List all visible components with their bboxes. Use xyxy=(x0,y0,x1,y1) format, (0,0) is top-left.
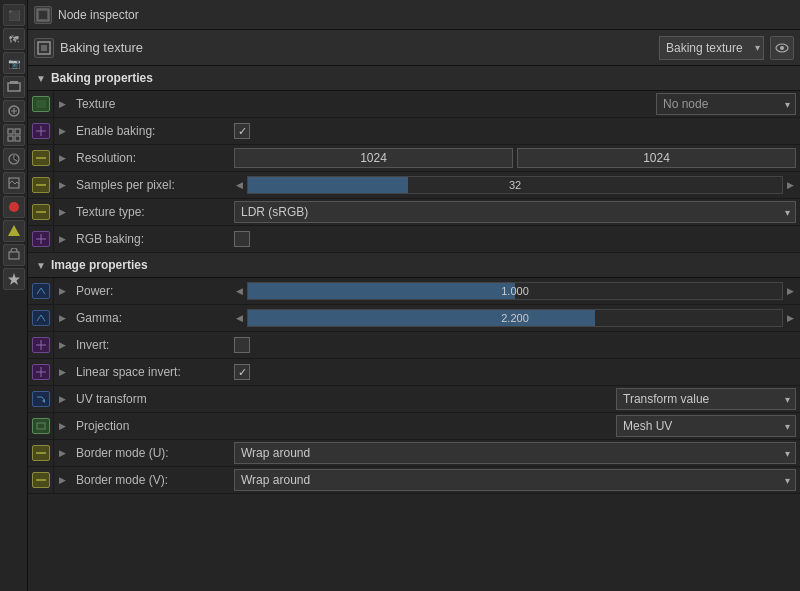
enable-baking-expand[interactable]: ▶ xyxy=(54,126,70,136)
samples-slider[interactable]: ◀ 32 ▶ xyxy=(234,176,796,194)
enable-baking-value xyxy=(230,121,800,141)
texture-type-select[interactable]: LDR (sRGB) HDR xyxy=(234,201,796,223)
border-mode-u-expand[interactable]: ▶ xyxy=(54,448,70,458)
power-arrow-left[interactable]: ◀ xyxy=(234,286,245,296)
invert-value xyxy=(230,335,800,355)
resolution-expand[interactable]: ▶ xyxy=(54,153,70,163)
linear-space-invert-checkbox[interactable] xyxy=(234,364,250,380)
prop-row-invert: ▶ Invert: xyxy=(28,332,800,359)
toolbar-dropdown-wrapper[interactable]: Baking texture xyxy=(659,36,764,60)
texture-expand[interactable]: ▶ xyxy=(54,99,70,109)
rgb-baking-expand[interactable]: ▶ xyxy=(54,234,70,244)
gamma-track[interactable]: 2.200 xyxy=(247,309,783,327)
texture-node-dropdown[interactable]: No node xyxy=(656,93,796,115)
border-mode-v-icon xyxy=(32,472,50,488)
samples-arrow-right[interactable]: ▶ xyxy=(785,180,796,190)
sidebar-icon-1[interactable]: 🗺 xyxy=(3,28,25,50)
baking-properties-header[interactable]: ▼ Baking properties xyxy=(28,66,800,91)
projection-label: Projection xyxy=(70,419,230,433)
border-mode-u-label: Border mode (U): xyxy=(70,446,230,460)
toolbar-title: Baking texture xyxy=(60,40,653,55)
prop-row-resolution: ▶ Resolution: xyxy=(28,145,800,172)
uv-transform-expand[interactable]: ▶ xyxy=(54,394,70,404)
border-mode-v-value: Wrap around xyxy=(230,467,800,493)
resolution-input-2[interactable] xyxy=(517,148,796,168)
title-bar-title: Node inspector xyxy=(58,8,794,22)
sidebar-icon-11[interactable] xyxy=(3,268,25,290)
border-mode-u-dropdown[interactable]: Wrap around xyxy=(234,442,796,464)
texture-type-icon xyxy=(32,204,50,220)
border-mode-v-prop-icon xyxy=(28,467,54,493)
gamma-arrow-right[interactable]: ▶ xyxy=(785,313,796,323)
rgb-baking-checkbox[interactable] xyxy=(234,231,250,247)
border-mode-v-expand[interactable]: ▶ xyxy=(54,475,70,485)
content-area: ▼ Baking properties ▶ Texture No node xyxy=(28,66,800,591)
texture-type-expand[interactable]: ▶ xyxy=(54,207,70,217)
sidebar-icon-10[interactable] xyxy=(3,244,25,266)
gamma-expand[interactable]: ▶ xyxy=(54,313,70,323)
sidebar-icon-4[interactable] xyxy=(3,100,25,122)
invert-icon xyxy=(32,337,50,353)
sidebar: ⬛ 🗺 📷 xyxy=(0,0,28,591)
invert-checkbox[interactable] xyxy=(234,337,250,353)
prop-row-gamma: ▶ Gamma: ◀ 2.200 ▶ xyxy=(28,305,800,332)
power-slider[interactable]: ◀ 1.000 ▶ xyxy=(234,282,796,300)
border-mode-u-icon xyxy=(32,445,50,461)
power-arrow-right[interactable]: ▶ xyxy=(785,286,796,296)
projection-expand[interactable]: ▶ xyxy=(54,421,70,431)
gamma-icon xyxy=(32,310,50,326)
prop-row-texture: ▶ Texture No node xyxy=(28,91,800,118)
invert-expand[interactable]: ▶ xyxy=(54,340,70,350)
projection-value: Mesh UV xyxy=(230,413,800,439)
samples-arrow-left[interactable]: ◀ xyxy=(234,180,245,190)
border-mode-u-select[interactable]: Wrap around xyxy=(234,442,796,464)
prop-row-samples-per-pixel: ▶ Samples per pixel: ◀ 32 ▶ xyxy=(28,172,800,199)
enable-baking-checkbox[interactable] xyxy=(234,123,250,139)
sidebar-icon-7[interactable] xyxy=(3,172,25,194)
toolbar-dropdown[interactable]: Baking texture xyxy=(659,36,764,60)
invert-label: Invert: xyxy=(70,338,230,352)
rgb-baking-label: RGB baking: xyxy=(70,232,230,246)
linear-space-invert-expand[interactable]: ▶ xyxy=(54,367,70,377)
sidebar-icon-5[interactable] xyxy=(3,124,25,146)
sidebar-icon-6[interactable] xyxy=(3,148,25,170)
sidebar-icon-3[interactable] xyxy=(3,76,25,98)
image-section-title: Image properties xyxy=(51,258,148,272)
eye-button[interactable] xyxy=(770,36,794,60)
sidebar-icon-8[interactable] xyxy=(3,196,25,218)
sidebar-icon-0[interactable]: ⬛ xyxy=(3,4,25,26)
texture-node-select[interactable]: No node xyxy=(656,93,796,115)
linear-space-invert-label: Linear space invert: xyxy=(70,365,230,379)
title-bar: Node inspector xyxy=(28,0,800,30)
samples-track[interactable]: 32 xyxy=(247,176,783,194)
uv-transform-select[interactable]: Transform value xyxy=(616,388,796,410)
samples-label: Samples per pixel: xyxy=(70,178,230,192)
svg-point-18 xyxy=(780,46,784,50)
texture-type-dropdown[interactable]: LDR (sRGB) HDR xyxy=(234,201,796,223)
rgb-baking-icon xyxy=(32,231,50,247)
gamma-prop-icon xyxy=(28,305,54,331)
svg-marker-12 xyxy=(8,273,20,285)
power-track[interactable]: 1.000 xyxy=(247,282,783,300)
linear-space-invert-prop-icon xyxy=(28,359,54,385)
image-properties-header[interactable]: ▼ Image properties xyxy=(28,253,800,278)
gamma-slider[interactable]: ◀ 2.200 ▶ xyxy=(234,309,796,327)
border-mode-v-dropdown[interactable]: Wrap around xyxy=(234,469,796,491)
sidebar-icon-2[interactable]: 📷 xyxy=(3,52,25,74)
projection-select[interactable]: Mesh UV xyxy=(616,415,796,437)
baking-section-title: Baking properties xyxy=(51,71,153,85)
svg-rect-3 xyxy=(8,129,13,134)
svg-rect-20 xyxy=(36,100,46,108)
border-mode-v-select[interactable]: Wrap around xyxy=(234,469,796,491)
image-arrow-icon: ▼ xyxy=(36,260,46,271)
samples-fill xyxy=(248,177,408,193)
uv-transform-prop-icon xyxy=(28,386,54,412)
uv-transform-dropdown[interactable]: Transform value xyxy=(616,388,796,410)
power-expand[interactable]: ▶ xyxy=(54,286,70,296)
samples-expand[interactable]: ▶ xyxy=(54,180,70,190)
gamma-arrow-left[interactable]: ◀ xyxy=(234,313,245,323)
texture-type-label: Texture type: xyxy=(70,205,230,219)
projection-dropdown[interactable]: Mesh UV xyxy=(616,415,796,437)
resolution-input-1[interactable] xyxy=(234,148,513,168)
sidebar-icon-9[interactable] xyxy=(3,220,25,242)
